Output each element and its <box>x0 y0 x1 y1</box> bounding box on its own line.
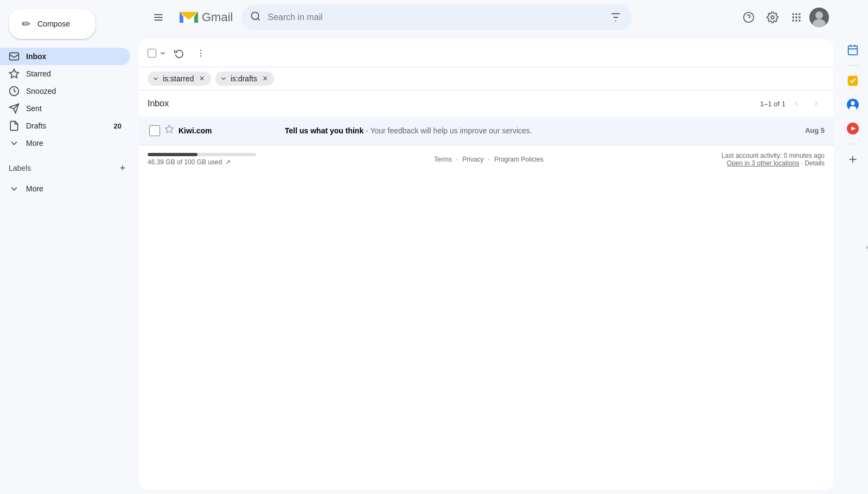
right-panel-expand[interactable]: › <box>866 243 868 251</box>
labels-add-button[interactable]: + <box>115 161 130 176</box>
labels-more-button[interactable]: More <box>0 180 130 197</box>
svg-rect-18 <box>799 14 800 15</box>
settings-button[interactable] <box>762 7 783 28</box>
right-panel-divider <box>846 65 859 66</box>
gmail-logo: Gmail <box>178 9 233 25</box>
svg-rect-16 <box>793 14 794 15</box>
open-other-locations[interactable]: Open in 3 other locations <box>727 159 799 167</box>
pagination-next-button[interactable] <box>807 95 825 112</box>
labels-chevron-icon <box>9 183 20 194</box>
svg-point-8 <box>252 12 259 19</box>
gmail-text: Gmail <box>202 10 233 24</box>
svg-point-30 <box>200 55 201 56</box>
select-dropdown-button[interactable] <box>157 42 168 64</box>
sidebar: ✏ Compose Inbox Starred Snoozed Sent Dra… <box>0 0 139 494</box>
svg-rect-23 <box>795 20 797 21</box>
refresh-button[interactable] <box>168 42 190 64</box>
svg-rect-0 <box>10 53 19 60</box>
svg-point-15 <box>771 16 774 19</box>
svg-line-9 <box>258 18 260 20</box>
pagination-prev-button[interactable] <box>788 95 805 112</box>
compose-button[interactable]: ✏ Compose <box>9 9 95 39</box>
sidebar-item-sent[interactable]: Sent <box>0 100 130 117</box>
svg-point-28 <box>200 49 201 50</box>
search-input[interactable] <box>267 12 608 22</box>
storage-used-text: 46.39 GB of 100 GB used <box>148 158 222 166</box>
svg-rect-22 <box>793 20 794 21</box>
footer-terms[interactable]: Terms <box>434 156 452 163</box>
svg-point-38 <box>851 101 854 105</box>
sidebar-item-label-drafts: Drafts <box>26 121 112 130</box>
email-subject-bold: Tell us what you think <box>285 126 363 135</box>
right-icon-add[interactable] <box>842 149 864 170</box>
topbar-right <box>738 7 829 28</box>
sidebar-item-label-sent: Sent <box>26 104 122 113</box>
sidebar-item-snoozed[interactable]: Snoozed <box>0 82 130 100</box>
search-bar <box>241 4 632 30</box>
labels-more-label: More <box>26 184 43 193</box>
inbox-content: Inbox 1–1 of 1 Kiwi.com <box>139 91 833 490</box>
email-star[interactable] <box>164 124 174 137</box>
svg-point-29 <box>200 52 201 53</box>
chip-starred-label: is:starred <box>163 74 194 83</box>
right-icon-contacts[interactable] <box>842 94 864 116</box>
chip-drafts-close[interactable]: × <box>263 74 267 84</box>
footer-links: Terms · Privacy · Program Policies <box>434 156 543 163</box>
labels-title: Labels <box>9 164 31 172</box>
storage-bar <box>148 153 256 156</box>
more-options-button[interactable] <box>190 42 212 64</box>
sidebar-item-label-inbox: Inbox <box>26 52 122 61</box>
avatar[interactable] <box>809 8 829 27</box>
open-locations-text: Open in 3 other locations · Details <box>722 159 825 167</box>
apps-button[interactable] <box>786 7 807 28</box>
sidebar-item-starred[interactable]: Starred <box>0 65 130 82</box>
footer-program-policies[interactable]: Program Policies <box>494 156 544 163</box>
hamburger-button[interactable] <box>148 7 169 28</box>
sidebar-item-inbox[interactable]: Inbox <box>0 48 130 65</box>
inbox-icon <box>9 51 20 62</box>
right-icon-calendar[interactable] <box>842 39 864 61</box>
right-icon-tasks[interactable] <box>842 70 864 92</box>
right-icon-meet[interactable] <box>842 118 864 139</box>
right-panel: › <box>838 0 868 494</box>
email-sender: Kiwi.com <box>178 126 276 135</box>
last-activity-text: Last account activity: 0 minutes ago <box>722 152 825 159</box>
chips-bar: is:starred × is:drafts × <box>139 67 833 91</box>
drafts-icon <box>9 120 20 131</box>
svg-rect-21 <box>799 16 800 18</box>
help-button[interactable] <box>738 7 760 28</box>
search-icon <box>250 11 261 24</box>
footer: 46.39 GB of 100 GB used ↗ Terms · Privac… <box>139 145 833 174</box>
sidebar-item-drafts[interactable]: Drafts 20 <box>0 117 130 134</box>
sent-icon <box>9 103 20 114</box>
svg-rect-24 <box>799 20 800 21</box>
sidebar-more-button[interactable]: More <box>0 134 130 152</box>
chip-drafts[interactable]: is:drafts × <box>215 72 274 86</box>
sidebar-item-label-starred: Starred <box>26 69 122 78</box>
inbox-pagination: 1–1 of 1 <box>760 95 825 112</box>
email-row[interactable]: Kiwi.com Tell us what you think - Your f… <box>139 117 833 145</box>
chip-starred-close[interactable]: × <box>200 74 205 84</box>
email-checkbox[interactable] <box>149 125 160 136</box>
svg-rect-20 <box>795 16 797 18</box>
compose-pencil-icon: ✏ <box>22 17 31 30</box>
footer-details-link[interactable]: Details <box>805 159 825 167</box>
svg-marker-1 <box>10 69 19 78</box>
starred-icon <box>9 68 20 79</box>
email-date: Aug 5 <box>805 126 825 134</box>
footer-privacy[interactable]: Privacy <box>462 156 483 163</box>
svg-point-26 <box>815 11 823 19</box>
labels-header: Labels + <box>0 156 139 180</box>
pagination-count: 1–1 of 1 <box>760 100 786 108</box>
more-chevron-icon <box>9 138 20 149</box>
storage-open-icon[interactable]: ↗ <box>225 158 231 166</box>
chip-drafts-label: is:drafts <box>231 74 257 83</box>
chip-starred[interactable]: is:starred × <box>148 72 211 86</box>
svg-marker-31 <box>165 125 174 133</box>
sidebar-item-label-snoozed: Snoozed <box>26 87 122 95</box>
search-filter-button[interactable] <box>608 10 623 25</box>
toolbar <box>139 39 833 67</box>
svg-rect-17 <box>795 14 797 15</box>
svg-rect-19 <box>793 16 794 18</box>
select-all-checkbox[interactable] <box>148 49 156 57</box>
